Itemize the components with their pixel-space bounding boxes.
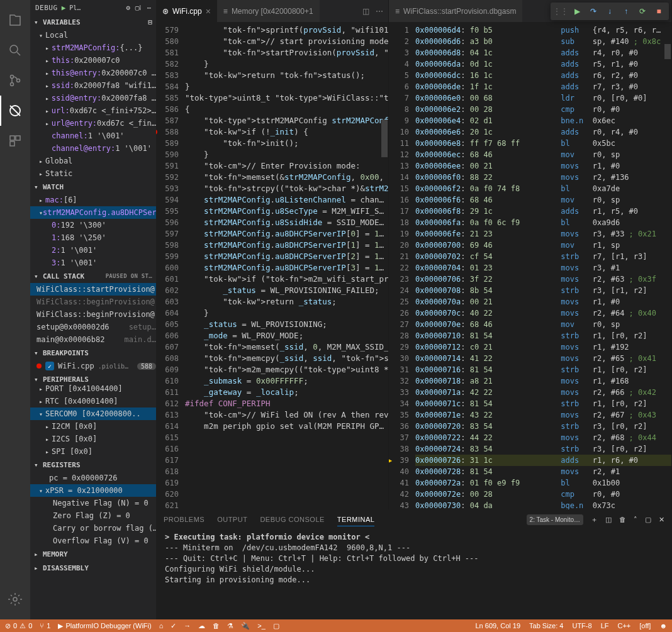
callstack-frame[interactable]: WiFiClass::beginProvision@ [30, 296, 156, 308]
trash-icon[interactable]: 🗑 [213, 622, 220, 629]
register-flag[interactable]: Zero Flag (Z) = 0 [30, 509, 156, 522]
watch-child[interactable]: 0: 192 '\300' [30, 219, 156, 231]
memory-header[interactable]: ▸MEMORY [30, 547, 156, 561]
status-tabsize[interactable]: Tab Size: 4 [529, 622, 563, 629]
step-over-icon[interactable]: ↷ [586, 4, 601, 19]
collapse-all-icon[interactable]: ⊟ [148, 18, 152, 26]
terminal-icon[interactable]: >_ [257, 622, 266, 629]
status-cursor[interactable]: Ln 609, Col 19 [475, 622, 520, 629]
restart-icon[interactable]: ⟳ [635, 4, 650, 19]
continue-icon[interactable]: ▶ [569, 4, 585, 19]
peripheral-row[interactable]: ▾SERCOM0 [0x42000800.. [30, 407, 156, 420]
debug-actions-toolbar[interactable]: ⋮⋮ ▶ ↷ ↓ ↑ ⟳ ■ [551, 3, 669, 20]
gear-icon[interactable]: ⚙ [126, 4, 130, 12]
test-icon[interactable]: ⚗ [227, 622, 233, 630]
watch-child[interactable]: 1: 168 '\250' [30, 231, 156, 244]
registers-header[interactable]: ▾REGISTERS [30, 458, 156, 472]
home-icon[interactable]: ⌂ [159, 622, 164, 629]
step-into-icon[interactable]: ↓ [602, 4, 617, 19]
clean-icon[interactable]: ☁ [198, 622, 205, 630]
settings-gear-icon[interactable] [0, 584, 30, 614]
scrollbar[interactable] [381, 44, 388, 509]
debug-config-select[interactable]: Pl… [69, 4, 81, 11]
peripheral-child[interactable]: ▸I2CS [0x0] [30, 433, 156, 445]
terminal-select[interactable]: 2: Task - Monito… [527, 514, 583, 525]
peripheral-row[interactable]: ▸RTC [0x40001400] [30, 395, 156, 407]
debug-console-icon[interactable]: ▢⁞ [135, 4, 142, 12]
variable-row[interactable]: ▸url@entry: 0xd67c <_fin… [30, 117, 156, 130]
terminal-body[interactable]: > Executing task: platformio device moni… [156, 529, 672, 619]
variable-row[interactable]: ▸this: 0x200007c0 [30, 54, 156, 67]
line-gutter[interactable]: 5795805815825835845855865875885895905915… [156, 22, 185, 509]
disassembly-header[interactable]: ▸DISASSEMBLY [30, 561, 156, 575]
watch-child[interactable]: 2: 1 '\001' [30, 244, 156, 257]
scm-icon[interactable] [0, 65, 30, 96]
register-flag[interactable]: Overflow Flag (V) = 0 [30, 535, 156, 547]
tab-terminal[interactable]: TERMINAL [337, 513, 375, 526]
search-icon[interactable] [0, 35, 30, 65]
more-icon[interactable]: ⋯ [147, 4, 151, 12]
breakpoint-row[interactable]: ✓WiFi.cpp.piolib…588 [30, 360, 156, 372]
peripheral-child[interactable]: ▸I2CM [0x0] [30, 420, 156, 433]
variables-header[interactable]: ▾VARIABLES⊟ [30, 15, 156, 29]
watch-row[interactable]: ▸mac: [6] [30, 194, 156, 206]
variable-row[interactable]: ▸ssid: 0x20007fa8 "wifi1… [30, 79, 156, 92]
register-flag[interactable]: Negative Flag (N) = 0 [30, 497, 156, 509]
terminal2-icon[interactable]: ▢ [273, 622, 279, 630]
variable-row[interactable]: ▸this@entry: 0x200007c0 … [30, 67, 156, 79]
build-icon[interactable]: ✓ [171, 622, 176, 630]
debug-icon[interactable] [0, 96, 30, 126]
serial-icon[interactable]: 🔌 [241, 622, 250, 630]
variable-row[interactable]: ▸url: 0xd67c <_fini+752>… [30, 104, 156, 117]
chevron-up-icon[interactable]: ˄ [634, 516, 637, 524]
status-lang[interactable]: C++ [617, 622, 630, 629]
watch-child[interactable]: 3: 1 '\001' [30, 257, 156, 269]
kill-terminal-icon[interactable]: 🗑 [619, 516, 626, 523]
watch-header[interactable]: ▾WATCH [30, 180, 156, 194]
variable-row[interactable]: channel@entry: 1 '\001' [30, 142, 156, 155]
callstack-header[interactable]: ▾CALL STACKPAUSED ON ST… [30, 269, 156, 283]
stop-icon[interactable]: ■ [651, 4, 666, 19]
peripheral-child[interactable]: ▸SPI [0x0] [30, 445, 156, 458]
split-terminal-icon[interactable]: ◫ [605, 516, 612, 524]
callstack-frame[interactable]: setup@0x000002d6setup… [30, 321, 156, 333]
peripheral-row[interactable]: ▸PORT [0x41004400] [30, 382, 156, 395]
scope-local[interactable]: ▾Local [30, 29, 156, 42]
new-terminal-icon[interactable]: ＋ [591, 515, 598, 524]
register-row[interactable]: pc = 0x00000726 [30, 472, 156, 484]
variable-row[interactable]: channel: 1 '\001' [30, 130, 156, 142]
status-task[interactable]: ▶ PlatformIO Debugger (WiFi) [58, 622, 151, 630]
more-icon[interactable]: ⋯ [376, 7, 383, 16]
editor-tab[interactable]: ≡WiFiClass::startProvision.dbgasm [389, 0, 522, 22]
scope-global[interactable]: ▸Global [30, 155, 156, 167]
extensions-icon[interactable] [0, 126, 30, 156]
asm-gutter[interactable]: 1234567891011121314151617181920212223242… [389, 22, 415, 509]
upload-icon[interactable]: → [184, 622, 191, 629]
scope-static[interactable]: ▸Static [30, 167, 156, 180]
explorer-icon[interactable] [0, 5, 30, 35]
close-panel-icon[interactable]: ✕ [659, 516, 664, 524]
status-encoding[interactable]: UTF-8 [572, 622, 591, 629]
scrollbar[interactable] [664, 44, 671, 509]
maximize-icon[interactable]: ▢ [645, 516, 651, 524]
tab-output[interactable]: OUTPUT [217, 513, 247, 526]
close-icon[interactable]: × [206, 6, 211, 16]
breakpoints-header[interactable]: ▾BREAKPOINTS [30, 346, 156, 360]
editor-tab[interactable]: ≡Memory [0x42000800+1 [217, 0, 320, 22]
step-out-icon[interactable]: ↑ [619, 4, 634, 19]
split-editor-icon[interactable]: ◫ [362, 7, 369, 16]
status-port[interactable]: [off] [639, 622, 651, 629]
callstack-frame[interactable]: main@0x00006b82main.d… [30, 333, 156, 346]
callstack-frame[interactable]: WiFiClass::beginProvision@ [30, 308, 156, 321]
watch-row[interactable]: ▾strM2MAPConfig.au8DHCPSer… [30, 206, 156, 219]
register-row[interactable]: ▾xPSR = 0x21000000 [30, 484, 156, 497]
callstack-frame[interactable]: WiFiClass::startProvision@ [30, 283, 156, 296]
feedback-icon[interactable]: ☻ [659, 622, 667, 629]
status-git[interactable]: ⑂ 1 [40, 622, 50, 629]
checkbox-icon[interactable]: ✓ [45, 362, 54, 370]
status-errors[interactable]: ⊘ 0 ⚠ 0 [5, 622, 32, 630]
register-flag[interactable]: Carry or borrow flag (… [30, 522, 156, 535]
code-editor[interactable]: "tok-fn">sprintf(provSsid, "wifi101-%.2X… [185, 22, 388, 509]
tab-problems[interactable]: PROBLEMS [164, 513, 204, 526]
variable-row[interactable]: ▸ssid@entry: 0x20007fa8 … [30, 92, 156, 104]
